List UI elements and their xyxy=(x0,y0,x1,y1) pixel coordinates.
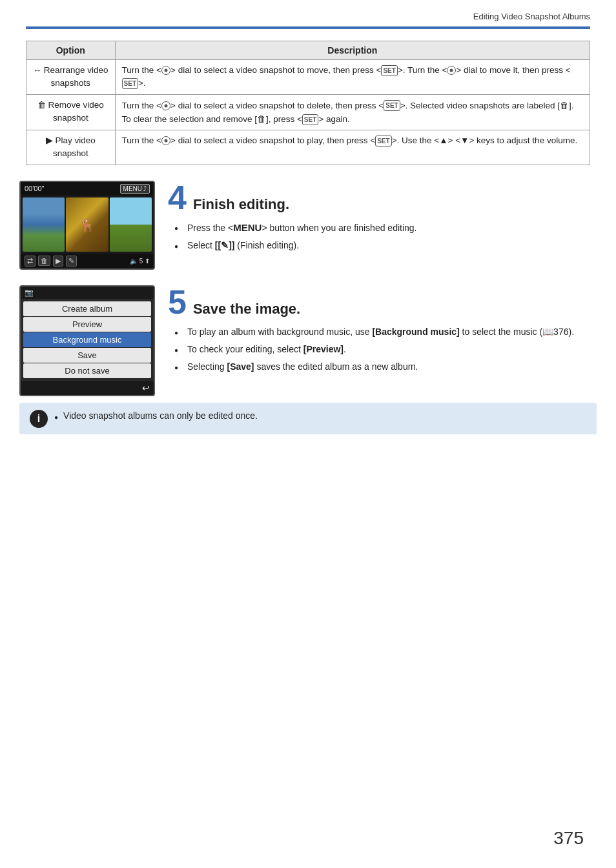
option-play: ▶ Play videosnapshot xyxy=(26,130,116,165)
back-button-icon: ↩ xyxy=(142,383,150,393)
desc-play: Turn the <> dial to select a video snaps… xyxy=(115,130,590,165)
step4-bullets: Press the <MENU> button when you are fin… xyxy=(168,221,597,253)
option-rearrange: ↔ Rearrange videosnapshots xyxy=(26,60,116,95)
step4-bullet-2: Select [[✎]] (Finish editing). xyxy=(174,239,597,252)
step5-number: 5 xyxy=(168,285,187,319)
menu-panel-header: 📷 xyxy=(21,287,154,299)
rearrange-icon: ⇄ xyxy=(25,256,36,267)
menu-button-indicator: MENU ⤴ xyxy=(120,184,150,194)
menu-item-background-music[interactable]: Background music xyxy=(23,332,151,347)
step4-heading: 4 Finish editing. xyxy=(168,181,597,214)
lcd-top-bar: 00'00" MENU ⤴ xyxy=(21,182,154,196)
col-option: Option xyxy=(26,41,116,60)
menu-footer: ↩ xyxy=(21,381,154,395)
note-bullet: ● Video snapshot albums can only be edit… xyxy=(54,409,258,423)
step5-bullet-3: Selecting [Save] saves the edited album … xyxy=(174,360,597,374)
step5-bullet-2: To check your editing, select [Preview]. xyxy=(174,343,597,356)
step4-title: Finish editing. xyxy=(193,196,289,213)
note-text: ● Video snapshot albums can only be edit… xyxy=(54,409,258,423)
menu-panel: 📷 Create album Preview Background music … xyxy=(19,285,155,396)
step4-bullet-1: Press the <MENU> button when you are fin… xyxy=(174,221,597,236)
step5-content: 5 Save the image. To play an album with … xyxy=(168,285,597,378)
lcd-controls: ⇄ 🗑 ▶ ✎ xyxy=(25,256,77,267)
menu-item-do-not-save[interactable]: Do not save xyxy=(23,363,151,378)
menu-items-list: Create album Preview Background music Sa… xyxy=(21,299,154,381)
note-area: i ● Video snapshot albums can only be ed… xyxy=(19,403,597,434)
blue-rule xyxy=(26,26,590,29)
thumb-landscape xyxy=(110,197,152,252)
menu-item-create-album[interactable]: Create album xyxy=(23,301,151,316)
step5-bullets: To play an album with background music, … xyxy=(168,325,597,374)
menu-label: MENU xyxy=(123,185,142,192)
thumb-animal: 🦌 xyxy=(66,197,108,252)
col-description: Description xyxy=(115,41,590,60)
table-row: ▶ Play videosnapshot Turn the <> dial to… xyxy=(26,130,590,165)
step4-number: 4 xyxy=(168,181,187,214)
step5-heading: 5 Save the image. xyxy=(168,285,597,319)
options-table: Option Description ↔ Rearrange videosnap… xyxy=(26,41,590,165)
lcd-panel: 00'00" MENU ⤴ 🦌 ⇄ 🗑 ▶ ✎ xyxy=(19,181,155,270)
thumb-waterfall xyxy=(23,197,65,252)
menu-item-preview[interactable]: Preview xyxy=(23,317,151,332)
step4-row: 00'00" MENU ⤴ 🦌 ⇄ 🗑 ▶ ✎ xyxy=(19,181,597,270)
menu-item-save[interactable]: Save xyxy=(23,348,151,363)
header-title: Editing Video Snapshot Albums xyxy=(473,12,590,21)
delete-icon: 🗑 xyxy=(38,256,50,266)
camera-icon: 📷 xyxy=(25,288,34,297)
note-icon: i xyxy=(30,410,48,428)
step4-content: 4 Finish editing. Press the <MENU> butto… xyxy=(168,181,597,257)
menu-arrow-icon: ⤴ xyxy=(143,185,147,192)
steps-area: 00'00" MENU ⤴ 🦌 ⇄ 🗑 ▶ ✎ xyxy=(19,181,597,396)
page-header: Editing Video Snapshot Albums xyxy=(0,0,616,26)
play-icon: ▶ xyxy=(53,256,63,267)
lcd-thumbnails: 🦌 xyxy=(21,196,154,254)
note-bullet-dot: ● xyxy=(54,412,58,422)
finish-icon: ✎ xyxy=(66,256,77,267)
page-number: 375 xyxy=(553,828,584,849)
table-row: ↔ Rearrange videosnapshots Turn the <> d… xyxy=(26,60,590,95)
lcd-bottom-bar: ⇄ 🗑 ▶ ✎ 🔈 5 ⬆ xyxy=(21,254,154,268)
desc-remove: Turn the <> dial to select a video snaps… xyxy=(115,94,590,130)
step5-title: Save the image. xyxy=(193,301,300,318)
table-row: 🗑 Remove videosnapshot Turn the <> dial … xyxy=(26,94,590,130)
desc-rearrange: Turn the <> dial to select a video snaps… xyxy=(115,60,590,95)
step5-bullet-1: To play an album with background music, … xyxy=(174,325,597,339)
option-remove: 🗑 Remove videosnapshot xyxy=(26,94,116,130)
lcd-time: 00'00" xyxy=(25,185,44,192)
volume-indicator: 🔈 5 ⬆ xyxy=(130,257,150,265)
step5-row: 📷 Create album Preview Background music … xyxy=(19,285,597,396)
